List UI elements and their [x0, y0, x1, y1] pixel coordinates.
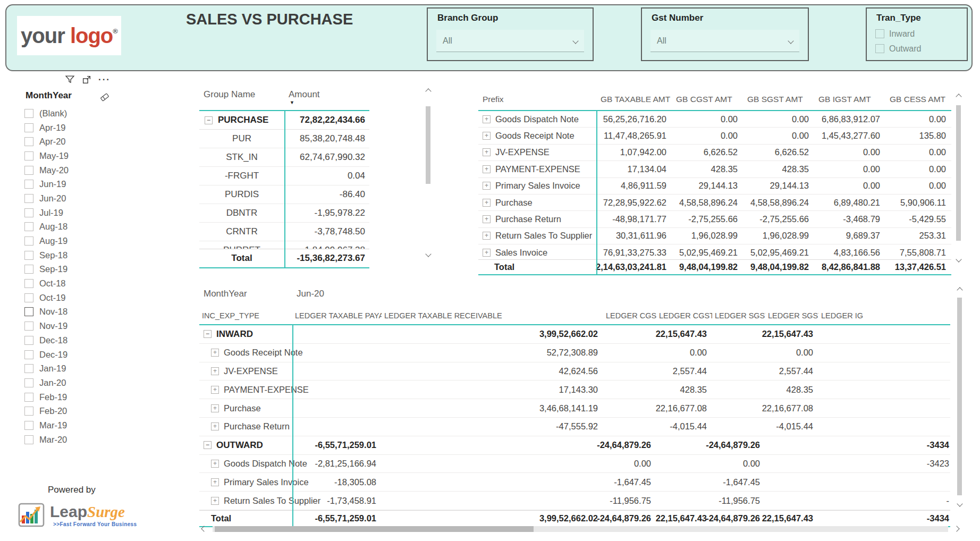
table-row[interactable]: +PAYMENT-EXPENSE17,134.04428.35428.350.0… [478, 161, 951, 177]
scrollbar-thumb[interactable] [956, 105, 961, 241]
slicer-item-nov-19[interactable]: Nov-19 [24, 319, 136, 333]
column-header-gb-cgst-amt[interactable]: GB CGST AMT [672, 88, 743, 110]
checkbox[interactable] [24, 265, 33, 274]
checkbox[interactable] [24, 378, 33, 387]
slicer-item-apr-19[interactable]: Apr-19 [24, 121, 136, 135]
checkbox[interactable] [24, 350, 33, 359]
expand-expander-icon[interactable]: + [483, 115, 491, 123]
slicer-item-mar-20[interactable]: Mar-20 [24, 433, 136, 447]
checkbox[interactable] [24, 194, 33, 203]
slicer-item-aug-19[interactable]: Aug-19 [24, 234, 136, 248]
expand-expander-icon[interactable]: + [211, 422, 219, 430]
table-row[interactable]: +JV-EXPENSE1,07,942.006,626.526,626.520.… [478, 145, 951, 161]
checkbox[interactable] [24, 236, 33, 246]
expand-expander-icon[interactable]: + [211, 367, 219, 375]
checkbox[interactable] [24, 166, 33, 175]
table-row[interactable]: +Purchase Return-47,555.92-4,015.44-4,01… [199, 418, 950, 436]
checkbox[interactable] [875, 44, 884, 53]
column-header-gb-taxable-amt[interactable]: GB TAXABLE AMT [596, 88, 672, 110]
expand-expander-icon[interactable]: + [211, 404, 219, 412]
scroll-down-icon[interactable] [957, 501, 962, 506]
checkbox[interactable] [24, 279, 33, 288]
expand-expander-icon[interactable]: + [483, 132, 491, 140]
table-row[interactable]: +Goods Receipt Note11,47,48,265.910.000.… [478, 128, 951, 144]
checkbox[interactable] [24, 435, 33, 444]
checkbox[interactable] [24, 407, 33, 416]
focus-mode-icon[interactable] [82, 75, 91, 84]
table-row[interactable]: +Purchase3,46,68,141.1922,16,677.0822,16… [199, 399, 950, 418]
column-header-gb-sgst-amt[interactable]: GB SGST AMT [743, 88, 814, 110]
scroll-down-icon[interactable] [956, 256, 961, 262]
column-header-ledger-sgstp[interactable]: LEDGER SGSTP [712, 303, 765, 324]
checkbox[interactable] [24, 322, 33, 331]
column-header-group-name[interactable]: Group Name [199, 85, 284, 110]
expand-expander-icon[interactable]: + [211, 497, 219, 505]
checkbox[interactable] [24, 123, 33, 132]
scroll-right-icon[interactable] [953, 526, 959, 531]
checkbox[interactable] [24, 336, 33, 345]
column-header-ledger-taxable-payable[interactable]: LEDGER TAXABLE PAYABLE [292, 303, 382, 324]
checkbox[interactable] [875, 29, 884, 38]
slicer-item-may-20[interactable]: May-20 [24, 163, 136, 177]
tran-type-option-inward[interactable]: Inward [875, 28, 921, 40]
expand-expander-icon[interactable]: + [483, 215, 491, 223]
checkbox[interactable] [24, 293, 33, 302]
slicer-item-feb-20[interactable]: Feb-20 [24, 404, 136, 418]
column-header-prefix[interactable]: Prefix [478, 88, 596, 110]
table-row[interactable]: +JV-EXPENSE42,624.562,557.442,557.44 [199, 362, 950, 381]
table-row[interactable]: +Return Sales To Supplier-1,73,458.91-11… [199, 492, 950, 510]
scroll-up-icon[interactable] [425, 88, 431, 94]
slicer-item-mar-19[interactable]: Mar-19 [24, 418, 136, 433]
slicer-item--blank-[interactable]: (Blank) [24, 106, 136, 121]
column-header-ledger-cgstr[interactable]: LEDGER CGSTR [656, 303, 712, 324]
table-row[interactable]: +Goods Dispatch Note-2,81,25,166.940.000… [199, 455, 950, 474]
collapse-expander-icon[interactable]: − [205, 116, 213, 124]
checkbox[interactable] [24, 364, 33, 373]
checkbox[interactable] [24, 251, 33, 260]
column-header-amount[interactable]: Amount▼ [284, 85, 369, 110]
matrix-vertical-scrollbar[interactable] [956, 286, 964, 511]
table-row[interactable]: +Sales Invoice76,91,33,275.335,02,95,469… [478, 244, 951, 261]
expand-expander-icon[interactable]: + [211, 386, 219, 394]
collapse-expander-icon[interactable]: − [204, 330, 212, 338]
expand-expander-icon[interactable]: + [211, 478, 219, 486]
collapse-expander-icon[interactable]: − [204, 441, 212, 449]
expand-expander-icon[interactable]: + [483, 165, 491, 173]
expand-expander-icon[interactable]: + [483, 249, 491, 257]
table-row[interactable]: +Primary Sales Invoice4,86,911.5929,144.… [478, 178, 951, 195]
table-row[interactable]: +Return Sales To Supplier30,31,611.961,9… [478, 228, 951, 244]
slicer-item-may-19[interactable]: May-19 [24, 149, 136, 163]
slicer-item-nov-18[interactable]: Nov-18 [24, 305, 136, 319]
expand-expander-icon[interactable]: + [211, 349, 219, 357]
matrix-horizontal-scrollbar[interactable] [201, 525, 960, 533]
gst-number-dropdown[interactable]: All [650, 30, 799, 52]
column-header-gb-igst-amt[interactable]: GB IGST AMT [814, 88, 885, 110]
slicer-item-sep-18[interactable]: Sep-18 [24, 248, 136, 263]
slicer-item-apr-20[interactable]: Apr-20 [24, 134, 136, 149]
column-header-ledger-ig[interactable]: LEDGER IG [818, 303, 950, 324]
table-row[interactable]: +Purchase72,28,95,922.624,58,58,896.244,… [478, 195, 951, 211]
checkbox[interactable] [24, 222, 33, 231]
table-row[interactable]: +PAYMENT-EXPENSE17,143.30428.35428.35 [199, 381, 950, 399]
slicer-item-feb-19[interactable]: Feb-19 [24, 390, 136, 404]
scroll-up-icon[interactable] [957, 287, 962, 293]
prefix-table-scrollbar[interactable] [955, 88, 962, 264]
slicer-item-jun-19[interactable]: Jun-19 [24, 177, 136, 191]
table-row[interactable]: +Primary Sales Invoice-18,305.08-1,647.4… [199, 473, 950, 492]
slicer-item-jan-20[interactable]: Jan-20 [24, 376, 136, 390]
checkbox[interactable] [24, 421, 33, 430]
slicer-item-jun-20[interactable]: Jun-20 [24, 191, 136, 206]
table-row[interactable]: +Goods Receipt Note52,72,308.890.000.00 [199, 344, 950, 362]
tran-type-option-outward[interactable]: Outward [875, 43, 921, 55]
more-options-icon[interactable]: ··· [98, 77, 111, 82]
checkbox[interactable] [24, 208, 33, 217]
chevron-down-icon[interactable] [788, 38, 793, 44]
expand-expander-icon[interactable]: + [211, 460, 219, 468]
slicer-item-oct-18[interactable]: Oct-18 [24, 276, 136, 291]
filter-icon[interactable] [65, 74, 75, 84]
chevron-down-icon[interactable] [572, 38, 578, 44]
scrollbar-thumb[interactable] [215, 526, 534, 532]
expand-expander-icon[interactable]: + [483, 148, 491, 156]
slicer-item-dec-18[interactable]: Dec-18 [24, 333, 136, 348]
scroll-down-icon[interactable] [425, 251, 431, 257]
